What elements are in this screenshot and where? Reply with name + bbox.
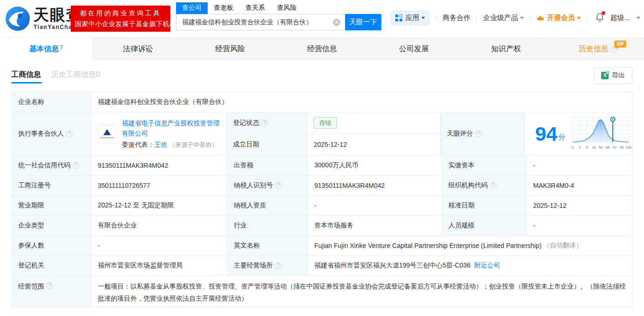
nav-apps[interactable]: 应用 [391,10,430,26]
business-info-table: 企业名称 福建福金信科创业投资合伙企业（有限合伙） 执行事务合伙人 福建省电子信… [11,91,633,307]
header-nav: 应用 商务合作 企业级产品 开通会员 超级.. [391,10,640,26]
nav-enterprise-label: 企业级产品 [483,14,518,22]
svg-text:85: 85 [606,145,610,150]
score-label: 天眼评分 [441,112,525,155]
nav-apps-label: 应用 [405,14,419,22]
search-tab-boss[interactable]: 查老板 [208,2,239,14]
staff-size-label: 人员规模 [442,216,527,235]
svg-text:15: 15 [592,145,596,150]
partner-label-text: 执行事务合伙人 [18,130,64,138]
help-icon[interactable] [47,282,53,289]
chevron-down-icon [577,17,581,19]
org-code-label: 组织机构代码 [442,176,527,195]
nearby-companies-link[interactable]: 附近公司 [474,261,500,270]
tab-history-info-label: 历史信息 [579,44,609,54]
svg-text:0: 0 [572,145,574,150]
auto-translate-note: （自动翻译） [543,241,583,250]
tab-basic-info[interactable]: 基本信息7 [0,38,92,61]
section-tabs: 基本信息7 法律诉讼 经营风险 经营信息 公司发展 知识产权 历史信息 VIP [0,38,644,61]
help-icon[interactable] [261,120,268,126]
nav-super-vip-label: 超级... [610,14,630,22]
help-icon[interactable] [490,182,496,189]
nav-super-vip[interactable]: 超级... [610,14,640,22]
divider [476,15,477,21]
logo-caption [100,137,114,138]
help-icon[interactable] [275,182,282,189]
partner-company-link[interactable]: 福建省电子信息产业股权投资管理有限公司 [122,119,219,137]
reg-status-value: 存续 [307,112,440,134]
reg-number-label: 工商注册号 [12,176,91,195]
taxpayer-id-label: 纳税人识别号 [227,176,308,195]
subtab-business-info[interactable]: 工商信息 [11,70,41,80]
tab-company-development[interactable]: 公司发展 [368,38,460,61]
svg-text:97: 97 [613,145,617,150]
company-name-value: 福建福金信科创业投资合伙企业（有限合伙） [91,92,632,112]
search-tabs: 查公司 查老板 查关系 查风险 [176,2,381,14]
search-area: 查公司 查老板 查关系 查风险 天眼一下 [176,2,381,30]
tab-legal-label: 法律诉讼 [123,44,153,54]
search-tab-risk[interactable]: 查风险 [271,2,303,14]
taxpayer-quality-label: 纳税人资质 [227,196,308,215]
credit-code-value: 91350111MAK3R4M042 [91,156,227,175]
nav-enterprise-product[interactable]: 企业级产品 [483,14,524,22]
svg-text:50: 50 [599,145,603,150]
search-tab-relation[interactable]: 查关系 [239,2,271,14]
search-button[interactable]: 天眼一下 [345,14,381,30]
taxpayer-id-value: 91350111MAK3R4M042 [308,176,442,195]
table-row: 登记状态 存续 [226,112,440,134]
approval-date-label: 核准日期 [442,196,527,215]
tab-operation-info-label: 经营信息 [307,44,337,54]
company-type-value: 有限合伙企业 [91,216,227,235]
business-address-text: 福建省福州市晋安区福兴大道199号三创中心5层-C036 [314,261,470,270]
tab-basic-info-count: 7 [60,44,63,51]
svg-text:3: 3 [586,145,588,150]
nav-cooperation[interactable]: 商务合作 [442,14,470,22]
rep-label: 委派代表： [122,141,154,148]
help-icon[interactable] [275,262,282,269]
rep-name-link[interactable]: 王佐 [154,141,167,148]
score-distribution-chart: 0 1 3 15 50 85 97 99 100 [570,115,632,152]
tab-intellectual-property[interactable]: 知识产权 [460,38,552,61]
export-button[interactable]: X 导出 [594,67,632,84]
table-row: 营业期限 2025-12-12 至 无固定期限 纳税人资质 - 核准日期 202… [12,196,632,216]
business-term-label: 营业期限 [12,196,91,215]
slogan-line2: 国家中小企业发展子基金旗下机构 [75,19,166,29]
search-input[interactable] [176,14,345,30]
tab-history-info[interactable]: 历史信息 VIP [552,38,644,61]
svg-text:1: 1 [579,145,581,150]
divider [587,15,587,21]
approval-date-value: 2025-12-12 [527,196,632,215]
notification-bell[interactable] [595,13,604,23]
business-address-value: 福建省福州市晋安区福兴大道199号三创中心5层-C036 附近公司 [308,256,632,275]
help-icon[interactable] [475,131,482,137]
industry-value: 资本市场服务 [308,216,442,235]
partner-logo[interactable] [97,124,117,144]
score-cell: 94 分 0 [525,112,632,155]
reg-status-label-text: 登记状态 [233,119,259,127]
help-icon[interactable] [66,131,73,137]
table-row: 成立日期 2025-12-12 [226,134,440,156]
tab-legal[interactable]: 法律诉讼 [92,38,184,61]
tab-operation-risk-label: 经营风险 [215,44,245,54]
tab-operation-info[interactable]: 经营信息 [276,38,368,61]
reg-authority-value: 福州市晋安区市场监督管理局 [91,256,227,275]
logo-swirl-icon [5,6,31,32]
clear-search-icon[interactable] [333,19,340,26]
score-label-text: 天眼评分 [447,130,473,138]
capital-label: 出资额 [227,156,308,175]
search-tab-company[interactable]: 查公司 [176,2,208,14]
table-row: 统一社会信用代码 91350111MAK3R4M042 出资额 30000万人民… [12,156,632,176]
subtab-history-business-info[interactable]: 历史工商信息0 [51,70,100,80]
help-icon[interactable] [73,162,79,169]
top-header: 天眼查 TianYanCha.com 都在用的商业查询工具 国家中小企业发展子基… [0,0,644,38]
nav-open-vip[interactable]: 开通会员 [536,14,581,22]
rep-source: （来源于中基协） [169,141,217,148]
table-row: 企业类型 有限合伙企业 行业 资本市场服务 人员规模 - [12,216,632,236]
tab-operation-risk[interactable]: 经营风险 [184,38,276,61]
active-tab-underline [11,82,42,83]
business-term-value: 2025-12-12 至 无固定期限 [91,196,227,215]
nav-cooperation-label: 商务合作 [442,14,470,22]
chevron-down-icon [637,17,640,19]
credit-code-label: 统一社会信用代码 [12,156,91,175]
chevron-down-icon [520,17,524,19]
